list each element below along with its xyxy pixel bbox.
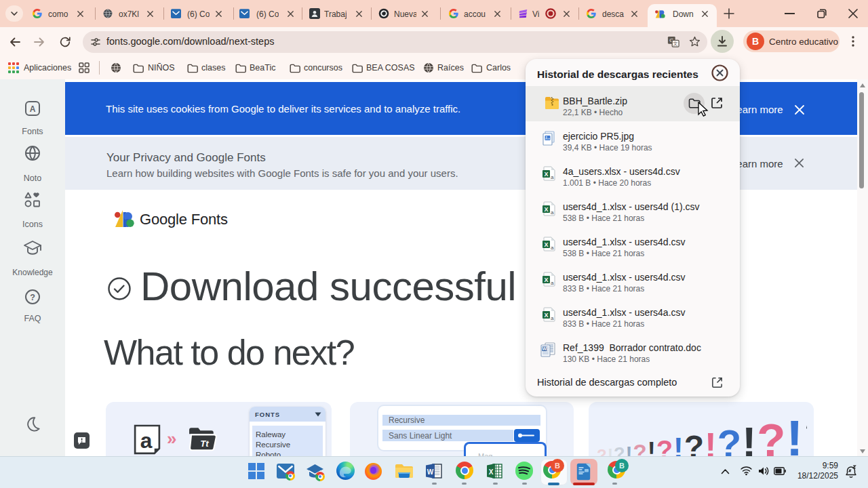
svg-text:a: a (551, 174, 554, 180)
svg-text:X: X (544, 277, 548, 283)
svg-text:a: a (551, 245, 554, 251)
svg-text:X: X (489, 468, 494, 476)
svg-text:X: X (544, 312, 548, 319)
svg-text:W: W (542, 346, 547, 351)
svg-text:A: A (30, 104, 36, 114)
svg-text:?: ? (30, 293, 35, 302)
svg-text:文: 文 (673, 41, 678, 47)
svg-text:a: a (551, 280, 554, 286)
svg-text:X: X (544, 241, 548, 248)
svg-text:W: W (427, 468, 434, 476)
svg-text:a: a (551, 209, 554, 216)
svg-text:a: a (551, 315, 554, 321)
svg-text:a: a (140, 428, 153, 453)
svg-text:Tt: Tt (200, 439, 209, 449)
svg-text:X: X (544, 206, 548, 213)
svg-text:X: X (544, 171, 548, 178)
